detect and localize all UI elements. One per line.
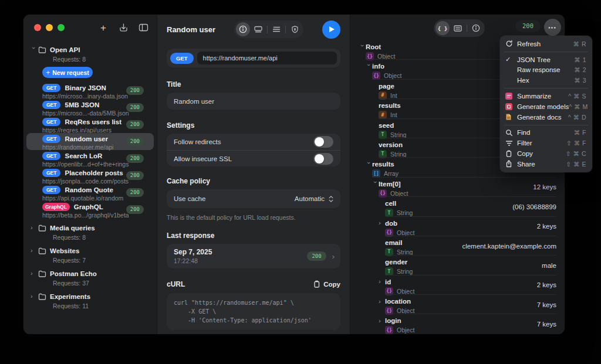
tree-type: Object — [397, 307, 414, 314]
type-object-icon: {} — [366, 52, 374, 60]
folder-name: Websites — [50, 247, 79, 254]
last-response-time: 17:22:48 — [174, 257, 307, 264]
chevron-right-icon[interactable]: › — [379, 298, 385, 305]
menu-item-label: Summarize — [517, 93, 568, 100]
chevron-down-icon[interactable]: › — [359, 45, 366, 51]
close-window-button[interactable] — [34, 24, 41, 31]
sidebar-folder[interactable]: ›Postman Echo Requests: 37 — [31, 269, 157, 287]
more-options-button[interactable]: ●●● — [544, 19, 561, 36]
chevron-right-icon[interactable]: › — [379, 278, 385, 285]
request-item[interactable]: GETBinary JSON https://microso...inary-d… — [26, 82, 154, 99]
toggle-sidebar-icon[interactable] — [137, 21, 150, 34]
request-item[interactable]: GraphQLGraphQL https://beta.po.../graphq… — [26, 201, 154, 218]
tree-row[interactable]: ›dob {}Object 2 keys — [350, 217, 565, 236]
chevron-down-icon[interactable]: › — [372, 181, 379, 188]
tree-type: Object — [377, 53, 395, 60]
menu-item-share[interactable]: Share ⇧ ⌘ E — [502, 159, 590, 169]
menu-item-summarize[interactable]: Summarize ^ ⌘ S — [502, 91, 590, 101]
folder-icon — [38, 270, 46, 277]
menu-item-filter[interactable]: Filter ⇧ ⌘ F — [502, 138, 590, 148]
tab-json-tree[interactable]: { } — [435, 21, 450, 35]
chevron-right-icon: › — [332, 252, 335, 261]
add-icon[interactable]: + — [97, 21, 110, 34]
tab-auth[interactable] — [288, 22, 302, 36]
new-request-button[interactable]: + New request — [42, 67, 93, 78]
sidebar-folder-open-api[interactable]: › Open API — [31, 45, 157, 54]
tab-body[interactable] — [251, 22, 265, 36]
search-icon — [505, 129, 517, 137]
allow-insecure-ssl-toggle[interactable] — [313, 153, 333, 165]
chevron-right-icon[interactable]: › — [31, 247, 37, 254]
chevron-right-icon[interactable]: › — [31, 270, 37, 277]
tree-type: String — [397, 209, 413, 216]
cache-policy-select[interactable]: Automatic — [295, 195, 333, 203]
url-input[interactable]: https://randomuser.me/api — [197, 52, 337, 64]
tree-row[interactable]: ›id {}Object 2 keys — [350, 275, 565, 295]
copy-curl-button[interactable]: Copy — [313, 280, 340, 288]
follow-redirects-toggle[interactable] — [313, 136, 333, 148]
menu-item-generate-models[interactable]: Generate models ^ ⌘ M — [502, 101, 590, 112]
type-string-icon: T — [379, 150, 387, 158]
chevron-right-icon[interactable]: › — [31, 293, 37, 300]
chevron-down-icon[interactable]: › — [366, 162, 372, 168]
request-item-selected[interactable]: GETRandom user https://randomuser.me/api… — [26, 133, 154, 150]
sidebar-folder[interactable]: ›Media queries Requests: 8 — [31, 223, 157, 241]
chevron-right-icon[interactable]: › — [379, 318, 385, 324]
chevron-right-icon[interactable]: › — [379, 220, 385, 226]
minimize-window-button[interactable] — [46, 24, 53, 31]
method-badge: GET — [42, 152, 60, 160]
last-response-row[interactable]: Sep 7, 2025 17:22:48 200 › — [167, 244, 340, 268]
request-item[interactable]: GETRandom Quote https://api.quotable.io/… — [26, 184, 154, 201]
menu-item-hex[interactable]: Hex ⌘ 3 — [502, 75, 590, 86]
tree-key: Item[0] — [379, 181, 401, 188]
tree-row[interactable]: ›location {}Object 7 keys — [350, 295, 565, 314]
menu-item-refresh[interactable]: Refresh ⌘ R — [502, 39, 590, 49]
tab-response-info[interactable] — [469, 21, 483, 35]
chevron-down-icon[interactable]: › — [366, 64, 372, 70]
request-item[interactable]: GETPlaceholder posts https://jsonpla...c… — [26, 167, 154, 184]
tab-parameters[interactable] — [269, 22, 283, 36]
titlebar[interactable]: + — [23, 23, 157, 32]
menu-item-find[interactable]: Find ⌘ F — [502, 128, 590, 138]
menu-item-raw-response[interactable]: Raw response ⌘ 2 — [502, 65, 590, 76]
menu-item-json-tree[interactable]: ✓ JSON Tree ⌘ 1 — [502, 55, 590, 65]
copy-icon — [313, 280, 320, 288]
tree-row[interactable]: ›login {}Object 7 keys — [350, 314, 565, 334]
tab-raw-response[interactable] — [451, 21, 465, 35]
send-request-button[interactable] — [322, 21, 340, 39]
status-badge: 200 — [126, 188, 144, 197]
sidebar-folder[interactable]: ›Experiments Requests: 11 — [31, 292, 157, 309]
menu-item-copy[interactable]: Copy ⇧ ⌘ C — [502, 148, 590, 159]
tree-row[interactable]: ›email TString clement.kaptein@example.c… — [350, 236, 565, 256]
tree-key: id — [385, 278, 391, 285]
zoom-window-button[interactable] — [58, 24, 65, 31]
curl-code-block[interactable]: curl "https://randomuser.me/api" \ -X GE… — [167, 293, 340, 330]
title-input[interactable]: Random user — [167, 93, 340, 110]
menu-separator — [504, 88, 588, 89]
status-badge: 200 — [126, 205, 144, 214]
filter-icon — [505, 140, 517, 147]
tree-type: Object — [397, 288, 414, 295]
menu-shortcut: ⌘ 3 — [574, 77, 586, 84]
tab-info[interactable] — [236, 22, 250, 36]
request-item[interactable]: GETSearch LoR https://openlibr...d+of+th… — [26, 150, 154, 167]
checkmark-icon: ✓ — [505, 56, 517, 63]
request-item[interactable]: GETReqRes users list https://reqres.in/a… — [26, 116, 154, 133]
tree-row[interactable]: ›cell TString (06) 30688899 — [350, 197, 565, 216]
chevron-down-icon[interactable]: › — [31, 47, 37, 53]
type-object-icon: {} — [372, 72, 380, 80]
import-icon[interactable] — [117, 21, 130, 34]
folder-icon — [38, 224, 46, 232]
menu-item-label: Copy — [517, 150, 566, 157]
request-item[interactable]: GET5MB JSON https://microso...-data/5MB.… — [26, 99, 154, 116]
tree-type: String — [397, 249, 413, 256]
tree-row[interactable]: ›Item[0] {}Object 12 keys — [350, 178, 565, 197]
menu-shortcut: ⌘ 1 — [574, 56, 586, 63]
sidebar-folder[interactable]: ›Websites Requests: 7 — [31, 246, 157, 264]
chevron-right-icon[interactable]: › — [31, 224, 37, 231]
tree-row[interactable]: ›gender TString male — [350, 256, 565, 275]
menu-item-generate-docs[interactable]: Generate docs ^ ⌘ D — [502, 112, 590, 123]
status-badge: 200 — [126, 137, 144, 146]
type-string-icon: T — [385, 248, 393, 256]
tree-type: String — [397, 268, 413, 275]
